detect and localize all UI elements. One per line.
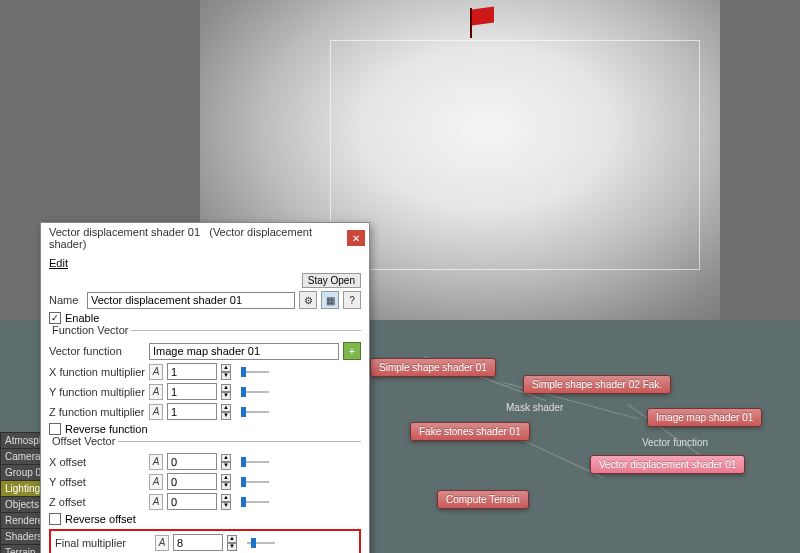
reverse-function-checkbox[interactable] — [49, 423, 61, 435]
y-func-input[interactable] — [167, 383, 217, 400]
dialog-title: Vector displacement shader 01 (Vector di… — [49, 226, 347, 250]
anim-toggle-xfunc[interactable]: A — [149, 364, 163, 380]
y-offset-spinner[interactable]: ▲▼ — [221, 474, 231, 490]
node-vector-displacement[interactable]: Vector displacement shader 01 — [590, 455, 745, 474]
label-vector-function: Vector function — [642, 437, 708, 448]
z-offset-input[interactable] — [167, 493, 217, 510]
anim-toggle-zfunc[interactable]: A — [149, 404, 163, 420]
node-compute-terrain[interactable]: Compute Terrain — [437, 490, 529, 509]
final-mult-input[interactable] — [173, 534, 223, 551]
x-offset-spinner[interactable]: ▲▼ — [221, 454, 231, 470]
y-offset-label: Y offset — [49, 476, 145, 488]
final-mult-spinner[interactable]: ▲▼ — [227, 535, 237, 551]
reverse-offset-checkbox[interactable] — [49, 513, 61, 525]
x-func-input[interactable] — [167, 363, 217, 380]
node-simple-shape-2[interactable]: Simple shape shader 02 Fak. — [523, 375, 671, 394]
stay-open-button[interactable]: Stay Open — [302, 273, 361, 288]
node-simple-shape-1[interactable]: Simple shape shader 01 — [370, 358, 496, 377]
x-func-label: X function multiplier — [49, 366, 145, 378]
anim-toggle-final[interactable]: A — [155, 535, 169, 551]
z-offset-label: Z offset — [49, 496, 145, 508]
vector-function-input[interactable] — [149, 343, 339, 360]
x-offset-slider[interactable] — [241, 459, 269, 465]
edit-menu[interactable]: Edit — [49, 257, 68, 269]
enable-checkbox[interactable]: ✓ — [49, 312, 61, 324]
name-label: Name — [49, 294, 83, 306]
close-icon[interactable]: ✕ — [347, 230, 365, 246]
label-mask-shader: Mask shader — [506, 402, 563, 413]
anim-toggle-zoff[interactable]: A — [149, 494, 163, 510]
y-func-spinner[interactable]: ▲▼ — [221, 384, 231, 400]
enable-label: Enable — [65, 312, 99, 324]
final-mult-label: Final multiplier — [55, 537, 151, 549]
y-offset-input[interactable] — [167, 473, 217, 490]
z-offset-spinner[interactable]: ▲▼ — [221, 494, 231, 510]
flag-marker — [470, 8, 498, 38]
x-offset-label: X offset — [49, 456, 145, 468]
gear-icon[interactable]: ⚙ — [299, 291, 317, 309]
node-image-map[interactable]: Image map shader 01 — [647, 408, 762, 427]
node-fake-stones[interactable]: Fake stones shader 01 — [410, 422, 530, 441]
anim-toggle-yoff[interactable]: A — [149, 474, 163, 490]
y-func-label: Y function multiplier — [49, 386, 145, 398]
properties-dialog: Vector displacement shader 01 (Vector di… — [40, 222, 370, 553]
y-func-slider[interactable] — [241, 389, 269, 395]
final-multiplier-highlight: Final multiplier A ▲▼ — [49, 529, 361, 553]
name-input[interactable] — [87, 292, 295, 309]
anim-toggle-xoff[interactable]: A — [149, 454, 163, 470]
z-func-label: Z function multiplier — [49, 406, 145, 418]
viewport-frame — [330, 40, 700, 270]
vector-function-label: Vector function — [49, 345, 145, 357]
add-function-icon[interactable]: + — [343, 342, 361, 360]
reverse-function-label: Reverse function — [65, 423, 148, 435]
z-func-input[interactable] — [167, 403, 217, 420]
anim-toggle-yfunc[interactable]: A — [149, 384, 163, 400]
y-offset-slider[interactable] — [241, 479, 269, 485]
x-func-slider[interactable] — [241, 369, 269, 375]
z-offset-slider[interactable] — [241, 499, 269, 505]
reverse-offset-label: Reverse offset — [65, 513, 136, 525]
z-func-spinner[interactable]: ▲▼ — [221, 404, 231, 420]
x-func-spinner[interactable]: ▲▼ — [221, 364, 231, 380]
section-function-legend: Function Vector — [49, 324, 131, 336]
section-offset-legend: Offset Vector — [49, 435, 118, 447]
help-icon[interactable]: ? — [343, 291, 361, 309]
x-offset-input[interactable] — [167, 453, 217, 470]
z-func-slider[interactable] — [241, 409, 269, 415]
final-mult-slider[interactable] — [247, 540, 275, 546]
preview-icon[interactable]: ▦ — [321, 291, 339, 309]
